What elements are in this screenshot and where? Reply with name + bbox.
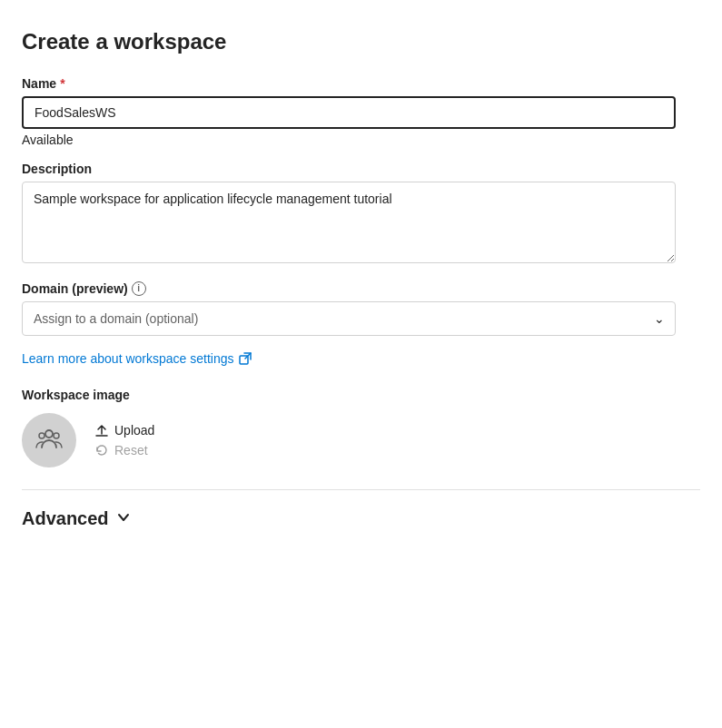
workspace-name-input[interactable]: [22, 96, 676, 129]
image-controls: Upload Reset: [22, 413, 700, 467]
svg-point-2: [45, 430, 53, 438]
name-label: Name *: [22, 76, 700, 91]
reset-button[interactable]: Reset: [94, 443, 154, 457]
external-link-icon: [239, 352, 252, 365]
description-label: Description: [22, 162, 700, 176]
workspace-image-label: Workspace image: [22, 388, 700, 402]
upload-arrow-icon: [94, 423, 109, 438]
learn-more-link[interactable]: Learn more about workspace settings: [22, 351, 252, 366]
advanced-label: Advanced: [22, 508, 109, 529]
people-icon: [35, 424, 64, 457]
image-action-buttons: Upload Reset: [94, 423, 154, 457]
reset-rotate-icon: [94, 443, 109, 457]
domain-label: Domain (preview) i: [22, 281, 700, 296]
domain-info-icon[interactable]: i: [132, 281, 146, 296]
advanced-section[interactable]: Advanced: [22, 508, 700, 529]
svg-point-4: [54, 433, 59, 438]
description-field-group: Description Sample workspace for applica…: [22, 162, 700, 267]
domain-field-group: Domain (preview) i Assign to a domain (o…: [22, 281, 700, 336]
description-input[interactable]: Sample workspace for application lifecyc…: [22, 182, 676, 263]
workspace-image-section: Workspace image: [22, 388, 700, 467]
availability-status: Available: [22, 133, 700, 147]
name-field-group: Name * Available: [22, 76, 700, 147]
svg-point-3: [39, 433, 45, 438]
section-divider: [22, 489, 700, 490]
workspace-avatar: [22, 413, 76, 467]
domain-select[interactable]: Assign to a domain (optional): [22, 301, 676, 336]
upload-button[interactable]: Upload: [94, 423, 154, 438]
page-title: Create a workspace: [22, 29, 700, 54]
advanced-chevron-icon: [116, 510, 131, 528]
required-asterisk: *: [60, 76, 64, 91]
domain-dropdown-wrapper: Assign to a domain (optional) ⌄: [22, 301, 676, 336]
